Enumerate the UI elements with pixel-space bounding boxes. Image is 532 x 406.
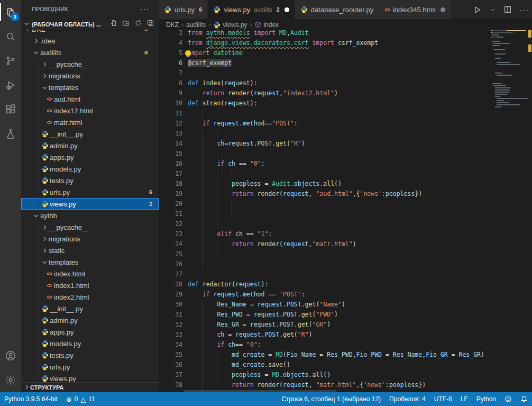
tree-item-views.py[interactable]: views.py2 — [21, 198, 159, 210]
tree-item-DKZ[interactable]: DKZ — [21, 30, 159, 35]
code-line-37[interactable]: 37 peopless = MD.objects.all() — [159, 370, 532, 380]
tree-item-templates[interactable]: templates — [21, 256, 159, 268]
code-line-18[interactable]: 18 peopless = Audit.objects.all() — [159, 179, 532, 189]
tree-item-__init__.py[interactable]: __init__.py — [21, 128, 159, 140]
code-line-30[interactable]: 30 Res_Name = request.POST.get("Name") — [159, 300, 532, 310]
tree-item-matr.html[interactable]: <>matr.html — [21, 116, 159, 128]
breadcrumb-DKZ[interactable]: DKZ — [166, 21, 179, 29]
code-line-20[interactable]: 20 — [159, 199, 532, 209]
tree-item-__pycache__[interactable]: __pycache__ — [21, 58, 159, 70]
tree-item-templates[interactable]: templates — [21, 82, 159, 93]
code-line-13[interactable]: 13 — [159, 129, 532, 139]
code-line-8[interactable]: 8def index(request): — [159, 78, 532, 88]
minimap[interactable] — [491, 30, 528, 392]
code-line-24[interactable]: 24 return render(request,"matr.html") — [159, 239, 532, 249]
tree-item-migrations[interactable]: migrations — [21, 70, 159, 82]
settings-icon[interactable] — [0, 368, 21, 392]
status-problems[interactable]: ⊗ 0 △ 11 — [62, 392, 99, 406]
tree-item-tests.py[interactable]: tests.py — [21, 175, 159, 186]
breadcrumb-views.py[interactable]: views.py — [213, 21, 247, 29]
tree-item-views.py[interactable]: views.py — [21, 373, 159, 382]
new-folder-icon[interactable] — [122, 19, 130, 28]
status-eol[interactable]: LF — [456, 392, 472, 406]
code-line-9[interactable]: 9 return render(request,"index12.html") — [159, 88, 532, 98]
status-interpreter[interactable]: Python 3.9.5 64-bit — [0, 392, 62, 406]
sidebar-more-actions[interactable]: ··· — [140, 0, 149, 19]
tree-item-index12.html[interactable]: <>index12.html — [21, 105, 159, 116]
code-line-6[interactable]: 6@csrf_exempt — [159, 58, 532, 68]
status-encoding[interactable]: UTF-8 — [430, 392, 456, 406]
run-button[interactable] — [473, 5, 482, 14]
code-line-33[interactable]: 33 ch = request.POST.get("R") — [159, 330, 532, 340]
status-cursor-position[interactable]: Строка 6, столбец 1 (выбрано 12) — [277, 392, 385, 406]
code-line-15[interactable]: 15 — [159, 149, 532, 159]
code-line-23[interactable]: 23 elif ch == "1": — [159, 229, 532, 239]
code-line-35[interactable]: 35 md_create = MD(Fio_Name = Res_PWD,Fio… — [159, 350, 532, 360]
tree-item-apps.py[interactable]: apps.py — [21, 151, 159, 163]
tree-item-index.html[interactable]: <>index.html — [21, 268, 159, 279]
tree-item-__pycache__[interactable]: __pycache__ — [21, 221, 159, 233]
tree-item-admin.py[interactable]: admin.py — [21, 314, 159, 326]
tree-item-audiiits[interactable]: audiiits — [21, 47, 159, 58]
code-line-26[interactable]: 26 — [159, 259, 532, 269]
split-editor-icon[interactable] — [503, 5, 512, 14]
code-line-3[interactable]: 3from aythh.models import MD,Audit — [159, 30, 532, 38]
lightbulb-icon[interactable] — [185, 50, 191, 56]
extensions-icon[interactable] — [0, 97, 21, 122]
editor-more-actions[interactable]: ··· — [519, 5, 529, 14]
tree-item-aythh[interactable]: aythh — [21, 210, 159, 221]
code-line-14[interactable]: 14 ch=request.POST.get("R") — [159, 139, 532, 149]
tree-item-index1.html[interactable]: <>index1.html — [21, 279, 159, 291]
code-line-7[interactable]: 7 — [159, 68, 532, 78]
tree-item-__init__.py[interactable]: __init__.py — [21, 303, 159, 314]
code-line-29[interactable]: 29 if request.method == 'POST': — [159, 290, 532, 300]
tree-item-.idea[interactable]: .idea — [21, 35, 159, 47]
tree-item-models.py[interactable]: models.py — [21, 338, 159, 349]
code-line-10[interactable]: 10def stran(request): — [159, 98, 532, 109]
tab-index345.html[interactable]: <>index345.html — [379, 0, 451, 19]
refresh-icon[interactable] — [134, 19, 142, 28]
code-line-12[interactable]: 12 if request.method=="POST": — [159, 119, 532, 129]
tree-item-admin.py[interactable]: admin.py — [21, 140, 159, 151]
dirty-indicator-dot[interactable] — [441, 7, 445, 12]
breadcrumb-index[interactable]: index — [254, 21, 279, 29]
status-language[interactable]: Python — [472, 392, 500, 406]
dirty-indicator-dot[interactable] — [285, 7, 289, 12]
code-line-4[interactable]: 4from django.views.decorators.csrf impor… — [159, 38, 532, 48]
tree-item-apps.py[interactable]: apps.py — [21, 326, 159, 338]
code-line-38[interactable]: 38 return render(request, "matr.html",{'… — [159, 380, 532, 390]
code-line-34[interactable]: 34 if ch== "0": — [159, 340, 532, 350]
code-line-21[interactable]: 21 — [159, 209, 532, 219]
workspace-header[interactable]: (РАБОЧАЯ ОБЛАСТЬ) ... — [21, 19, 159, 30]
new-file-icon[interactable] — [110, 19, 118, 28]
code-line-25[interactable]: 25 — [159, 249, 532, 259]
tab-urls.py[interactable]: urls.py6 — [159, 0, 208, 19]
tree-item-index2.html[interactable]: <>index2.html — [21, 291, 159, 303]
breadcrumb-audiiits[interactable]: audiiits — [186, 21, 206, 29]
tree-item-migrations[interactable]: migrations — [21, 233, 159, 245]
account-icon[interactable] — [0, 344, 21, 368]
code-line-32[interactable]: 32 Res_GR = request.POST.get("GR") — [159, 320, 532, 330]
tree-item-static[interactable]: static — [21, 245, 159, 256]
status-indentation[interactable]: Пробелов: 4 — [385, 392, 430, 406]
explorer-icon[interactable]: 3 — [0, 0, 21, 24]
tab-database_roouter.py[interactable]: database_roouter.py — [295, 0, 380, 19]
code-line-11[interactable]: 11 — [159, 109, 532, 119]
code-editor[interactable]: 3from aythh.models import MD,Audit4from … — [159, 30, 532, 392]
code-line-27[interactable]: 27 — [159, 269, 532, 279]
code-line-19[interactable]: 19 return render(request, "aud.html",{'n… — [159, 189, 532, 199]
code-line-17[interactable]: 17 — [159, 169, 532, 179]
notifications-bell-icon[interactable] — [516, 392, 532, 406]
search-icon[interactable] — [0, 24, 21, 49]
tree-item-aud.html[interactable]: <>aud.html — [21, 93, 159, 105]
code-line-22[interactable]: 22 — [159, 219, 532, 229]
run-debug-icon[interactable] — [0, 73, 21, 97]
feedback-icon[interactable] — [500, 392, 516, 406]
source-control-icon[interactable] — [0, 49, 21, 73]
tab-views.py[interactable]: views.pyaudiiits2 — [208, 0, 295, 19]
tree-item-urls.py[interactable]: urls.py6 — [21, 186, 159, 198]
collapse-all-icon[interactable] — [146, 19, 154, 28]
tree-item-models.py[interactable]: models.py — [21, 163, 159, 175]
code-line-36[interactable]: 36 md_create.save() — [159, 360, 532, 370]
tree-item-urls.py[interactable]: urls.py — [21, 361, 159, 373]
